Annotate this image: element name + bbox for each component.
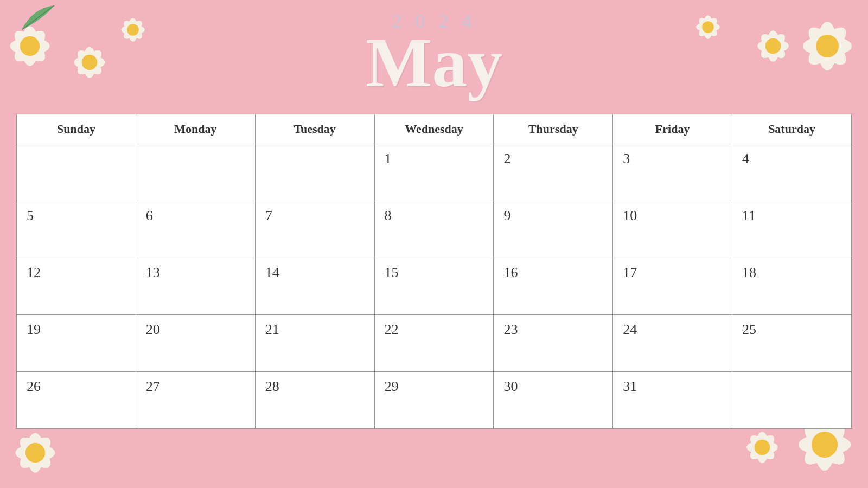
day-number: 14: [265, 265, 365, 281]
calendar-day-cell[interactable]: 9: [494, 201, 613, 258]
day-number: 29: [385, 378, 484, 395]
calendar-week-row: 1234: [17, 144, 852, 201]
day-number: 18: [742, 265, 841, 281]
day-number: 31: [623, 378, 722, 395]
calendar-day-cell[interactable]: 23: [494, 315, 613, 372]
calendar-day-cell[interactable]: 29: [374, 372, 494, 429]
day-number: 7: [265, 208, 365, 224]
day-number: 21: [265, 322, 365, 338]
day-number: 15: [385, 265, 484, 281]
day-number: 6: [146, 208, 245, 224]
col-wednesday: Wednesday: [374, 114, 494, 144]
day-number: 12: [27, 265, 126, 281]
day-number: 28: [265, 378, 365, 395]
day-number: 17: [623, 265, 722, 281]
calendar-week-row: 567891011: [17, 201, 852, 258]
calendar-day-cell[interactable]: [136, 144, 255, 201]
calendar-day-cell[interactable]: 12: [17, 258, 136, 315]
calendar-day-cell[interactable]: 13: [136, 258, 255, 315]
calendar-day-cell[interactable]: 10: [613, 201, 732, 258]
calendar-day-cell[interactable]: 26: [17, 372, 136, 429]
day-number: 9: [503, 208, 603, 224]
col-tuesday: Tuesday: [255, 114, 374, 144]
calendar-day-cell[interactable]: 4: [732, 144, 852, 201]
day-number: 24: [623, 322, 722, 338]
calendar-day-cell[interactable]: 15: [374, 258, 494, 315]
calendar-day-cell[interactable]: 22: [374, 315, 494, 372]
day-number: 4: [742, 151, 841, 167]
calendar-day-cell[interactable]: 5: [17, 201, 136, 258]
calendar-day-cell[interactable]: 28: [255, 372, 374, 429]
calendar-wrapper: Sunday Monday Tuesday Wednesday Thursday…: [16, 114, 852, 429]
day-number: 2: [503, 151, 603, 167]
calendar-day-cell[interactable]: 17: [613, 258, 732, 315]
calendar-day-cell[interactable]: 25: [732, 315, 852, 372]
calendar-day-cell[interactable]: 27: [136, 372, 255, 429]
col-friday: Friday: [613, 114, 732, 144]
month-label: May: [0, 27, 868, 98]
calendar-day-cell[interactable]: 16: [494, 258, 613, 315]
day-number: 5: [27, 208, 126, 224]
day-number: 11: [742, 208, 841, 224]
calendar-day-cell[interactable]: 2: [494, 144, 613, 201]
calendar-day-cell[interactable]: 14: [255, 258, 374, 315]
day-number: 30: [503, 378, 603, 395]
calendar-day-cell[interactable]: 24: [613, 315, 732, 372]
day-number: 3: [623, 151, 722, 167]
calendar-day-cell[interactable]: 1: [374, 144, 494, 201]
calendar-day-cell[interactable]: [255, 144, 374, 201]
calendar-day-cell[interactable]: 6: [136, 201, 255, 258]
days-of-week-row: Sunday Monday Tuesday Wednesday Thursday…: [17, 114, 852, 144]
day-number: 26: [27, 378, 126, 395]
day-number: 22: [385, 322, 484, 338]
calendar-day-cell[interactable]: 21: [255, 315, 374, 372]
calendar-day-cell[interactable]: 19: [17, 315, 136, 372]
calendar-day-cell[interactable]: 3: [613, 144, 732, 201]
calendar-table: Sunday Monday Tuesday Wednesday Thursday…: [16, 114, 852, 429]
calendar-header: 2 0 2 4 May: [0, 0, 868, 114]
day-number: 19: [27, 322, 126, 338]
col-thursday: Thursday: [494, 114, 613, 144]
calendar-day-cell[interactable]: 7: [255, 201, 374, 258]
col-monday: Monday: [136, 114, 255, 144]
calendar-day-cell[interactable]: 31: [613, 372, 732, 429]
calendar-day-cell[interactable]: 30: [494, 372, 613, 429]
calendar-header-row: Sunday Monday Tuesday Wednesday Thursday…: [17, 114, 852, 144]
calendar-week-row: 19202122232425: [17, 315, 852, 372]
day-number: 16: [503, 265, 603, 281]
col-saturday: Saturday: [732, 114, 852, 144]
day-number: 23: [503, 322, 603, 338]
day-number: 10: [623, 208, 722, 224]
svg-point-72: [812, 432, 838, 458]
calendar-week-row: 262728293031: [17, 372, 852, 429]
col-sunday: Sunday: [17, 114, 136, 144]
calendar-day-cell[interactable]: 11: [732, 201, 852, 258]
svg-point-81: [755, 440, 770, 455]
calendar-day-cell[interactable]: [732, 372, 852, 429]
calendar-day-cell[interactable]: 18: [732, 258, 852, 315]
calendar-day-cell[interactable]: [17, 144, 136, 201]
calendar-week-row: 12131415161718: [17, 258, 852, 315]
day-number: 8: [385, 208, 484, 224]
svg-point-63: [25, 443, 45, 463]
day-number: 25: [742, 322, 841, 338]
day-number: 27: [146, 378, 245, 395]
calendar-day-cell[interactable]: 8: [374, 201, 494, 258]
calendar-day-cell[interactable]: 20: [136, 315, 255, 372]
calendar-body: 1234567891011121314151617181920212223242…: [17, 144, 852, 429]
day-number: 13: [146, 265, 245, 281]
day-number: 1: [385, 151, 484, 167]
day-number: 20: [146, 322, 245, 338]
